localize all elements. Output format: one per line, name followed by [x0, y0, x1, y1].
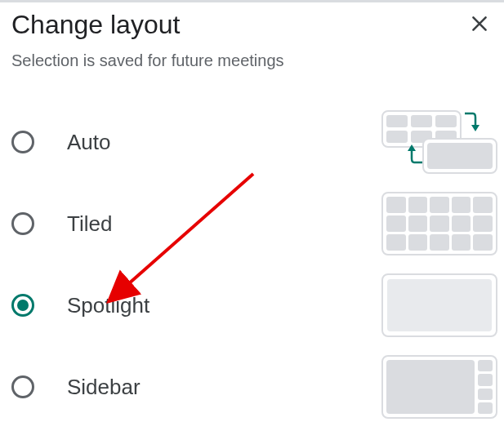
close-button[interactable]	[463, 7, 496, 40]
dialog-subtitle: Selection is saved for future meetings	[11, 51, 493, 70]
thumbnail-spotlight	[381, 273, 497, 337]
swap-down-icon	[463, 110, 481, 135]
thumbnail-tiled	[381, 192, 497, 255]
radio-tiled[interactable]	[11, 212, 34, 235]
layout-options: Auto Tiled Spotlight Sidebar	[11, 101, 493, 422]
thumbnail-auto	[381, 110, 497, 174]
radio-auto[interactable]	[11, 131, 34, 153]
close-icon	[469, 13, 490, 34]
layout-option-spotlight[interactable]: Spotlight	[11, 264, 493, 346]
layout-option-auto[interactable]: Auto	[11, 101, 493, 183]
option-label: Sidebar	[67, 375, 381, 400]
radio-spotlight[interactable]	[11, 294, 34, 317]
option-label: Tiled	[67, 211, 381, 237]
radio-sidebar[interactable]	[11, 375, 34, 398]
swap-up-icon	[406, 141, 424, 166]
option-label: Spotlight	[67, 293, 381, 318]
thumbnail-sidebar	[381, 355, 497, 419]
layout-option-tiled[interactable]: Tiled	[11, 183, 493, 264]
dialog-title: Change layout	[11, 9, 180, 40]
option-label: Auto	[67, 130, 381, 155]
layout-option-sidebar[interactable]: Sidebar	[11, 346, 493, 422]
